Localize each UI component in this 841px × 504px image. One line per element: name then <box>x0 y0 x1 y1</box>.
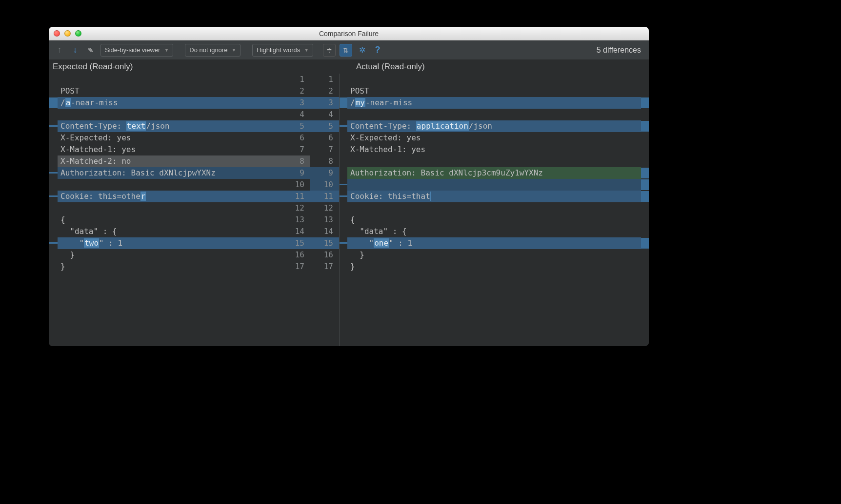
code-line: X-Matched-1: yes <box>58 144 284 155</box>
right-pane-header: Actual (Read-only) <box>352 60 649 74</box>
line-number: 12 <box>284 202 310 214</box>
titlebar[interactable]: Comparison Failure <box>49 27 649 40</box>
code-line: "one" : 1 <box>347 237 641 249</box>
diff-marker <box>49 172 58 174</box>
code-line: X-Expected: yes <box>347 132 641 144</box>
diff-count: 5 differences <box>597 46 641 55</box>
code-line: { <box>58 214 284 226</box>
diff-marker <box>641 97 649 108</box>
zoom-icon[interactable] <box>75 30 81 37</box>
edit-button[interactable]: ✎ <box>85 44 97 56</box>
line-number: 14 <box>284 226 310 237</box>
arrow-up-icon: ↑ <box>58 45 62 55</box>
line-number: 4 <box>310 109 339 120</box>
line-number: 5 <box>284 120 310 132</box>
line-number: 8 <box>310 155 339 167</box>
help-icon: ? <box>375 45 380 55</box>
help-button[interactable]: ? <box>372 44 383 56</box>
diff-marker <box>340 97 347 108</box>
sync-scroll-button[interactable]: ⇅ <box>340 44 352 57</box>
code-line <box>58 179 284 191</box>
code-line: X-Matched-2: no <box>58 155 284 167</box>
minimize-icon[interactable] <box>64 30 71 37</box>
line-number: 10 <box>310 179 339 191</box>
viewer-mode-dropdown[interactable]: Side-by-side viewer ▼ <box>100 44 173 57</box>
code-line <box>58 74 284 85</box>
edit-icon: ✎ <box>88 46 94 54</box>
code-line <box>347 202 641 214</box>
code-line: "data" : { <box>58 226 284 237</box>
viewer-mode-label: Side-by-side viewer <box>105 46 160 54</box>
code-line: X-Expected: yes <box>58 132 284 144</box>
diff-area: POST/a-near-miss Content-Type: text/json… <box>49 74 649 346</box>
line-number: 2 <box>284 85 310 97</box>
code-line: Content-Type: application/json <box>347 120 641 132</box>
pane-headers: Expected (Read-only) Actual (Read-only) <box>49 60 649 74</box>
line-number: 6 <box>310 132 339 144</box>
chevron-down-icon: ▼ <box>304 47 309 53</box>
diff-marker <box>49 97 58 108</box>
line-number: 17 <box>284 261 310 272</box>
left-gutter: 1234567891011121314151617 <box>284 74 310 346</box>
diff-marker <box>49 195 58 197</box>
right-gutter: 1234567891011121314151617 <box>310 74 340 346</box>
line-number: 15 <box>310 237 339 249</box>
line-number: 16 <box>284 249 310 261</box>
diff-marker <box>49 125 58 127</box>
collapse-unchanged-button[interactable]: ≑ <box>323 44 336 57</box>
left-pane-header: Expected (Read-only) <box>49 60 284 74</box>
code-line <box>347 155 641 167</box>
chevron-down-icon: ▼ <box>164 47 169 53</box>
diff-marker <box>340 195 347 197</box>
line-number: 4 <box>284 109 310 120</box>
line-number: 7 <box>310 144 339 155</box>
line-number: 9 <box>284 167 310 179</box>
toolbar: ↑ ↓ ✎ Side-by-side viewer ▼ Do not ignor… <box>49 40 649 60</box>
line-number: 10 <box>284 179 310 191</box>
line-number: 2 <box>310 85 339 97</box>
code-line: /my-near-miss <box>347 97 641 109</box>
right-marker-col <box>340 74 347 346</box>
code-line: Content-Type: text/json <box>58 120 284 132</box>
line-number: 3 <box>284 97 310 109</box>
line-number: 15 <box>284 237 310 249</box>
prev-diff-button[interactable]: ↑ <box>54 44 65 56</box>
diff-marker <box>641 191 649 202</box>
line-number: 13 <box>284 214 310 226</box>
line-number: 8 <box>284 155 310 167</box>
next-diff-button[interactable]: ↓ <box>69 44 81 56</box>
diff-marker <box>340 125 347 127</box>
diff-marker <box>49 242 58 244</box>
code-line: } <box>58 249 284 261</box>
diff-marker <box>641 238 649 249</box>
code-line: "data" : { <box>347 226 641 237</box>
diff-marker <box>340 184 347 185</box>
line-number: 11 <box>310 191 339 202</box>
line-number: 17 <box>310 261 339 272</box>
chevron-down-icon: ▼ <box>231 47 236 53</box>
ignore-mode-dropdown[interactable]: Do not ignore ▼ <box>185 44 240 57</box>
diff-marker <box>641 121 649 132</box>
code-line: } <box>347 249 641 261</box>
code-line: { <box>347 214 641 226</box>
line-number: 1 <box>284 74 310 85</box>
diff-marker <box>641 168 649 178</box>
line-number: 14 <box>310 226 339 237</box>
code-line <box>58 202 284 214</box>
sync-icon: ⇅ <box>343 46 349 54</box>
highlight-mode-dropdown[interactable]: Highlight words ▼ <box>252 44 313 57</box>
settings-button[interactable]: ✲ <box>356 44 368 56</box>
code-line <box>347 74 641 85</box>
code-line: "two" : 1 <box>58 237 284 249</box>
arrow-down-icon: ↓ <box>73 45 78 55</box>
window-title: Comparison Failure <box>49 30 649 38</box>
code-line: Cookie: this=that <box>347 191 641 202</box>
close-icon[interactable] <box>54 30 60 37</box>
code-line: POST <box>58 85 284 97</box>
code-line: /a-near-miss <box>58 97 284 109</box>
line-number: 9 <box>310 167 339 179</box>
scroll-marker-col[interactable] <box>641 74 649 346</box>
right-text-pane[interactable]: POST/my-near-miss Content-Type: applicat… <box>347 74 641 346</box>
left-text-pane[interactable]: POST/a-near-miss Content-Type: text/json… <box>58 74 284 346</box>
line-number: 6 <box>284 132 310 144</box>
